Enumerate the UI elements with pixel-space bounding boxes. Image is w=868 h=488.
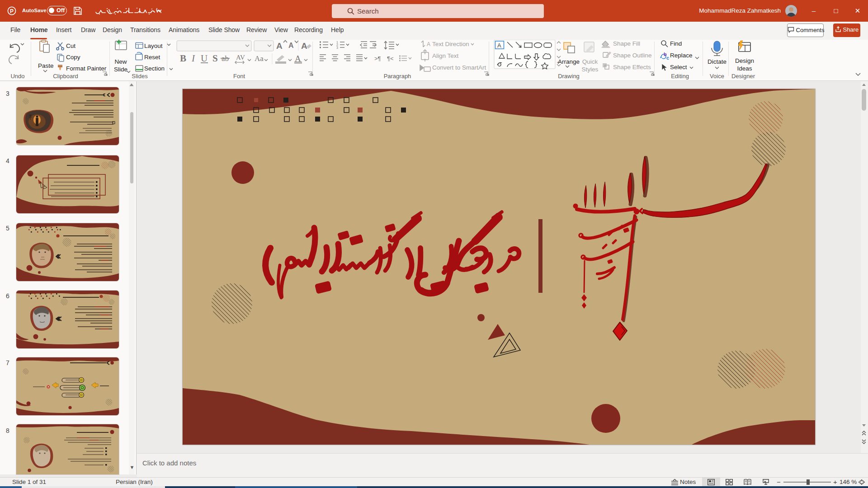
svg-text:A: A bbox=[288, 42, 294, 49]
svg-text:¶<: ¶< bbox=[387, 55, 394, 62]
svg-text:>¶: >¶ bbox=[374, 55, 381, 62]
svg-text:c: c bbox=[666, 55, 669, 61]
svg-text:AV: AV bbox=[236, 54, 245, 61]
svg-text:Aa: Aa bbox=[255, 54, 264, 63]
svg-text:A: A bbox=[301, 41, 307, 51]
svg-text:U: U bbox=[201, 53, 208, 64]
svg-text:A: A bbox=[497, 42, 501, 49]
svg-text:3: 3 bbox=[336, 46, 338, 49]
svg-text:S: S bbox=[212, 53, 218, 64]
svg-text:A: A bbox=[276, 41, 283, 51]
svg-text:P: P bbox=[10, 8, 14, 14]
svg-text:I: I bbox=[191, 53, 195, 64]
svg-text:B: B bbox=[180, 53, 186, 64]
svg-text:A: A bbox=[427, 41, 430, 47]
